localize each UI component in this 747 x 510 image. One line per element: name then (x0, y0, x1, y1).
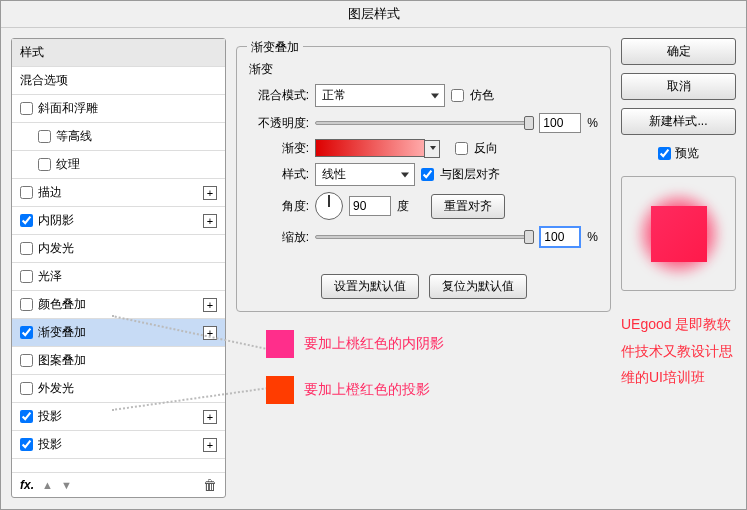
gradient-overlay-group: 渐变叠加 渐变 混合模式: 正常 仿色 不透明度: 100 % (236, 46, 611, 312)
drop-shadow-2-checkbox[interactable] (20, 438, 33, 451)
ok-button[interactable]: 确定 (621, 38, 736, 65)
inner-shadow-checkbox[interactable] (20, 214, 33, 227)
annotation-text: 要加上桃红色的内阴影 (304, 335, 444, 353)
annotation-1: 要加上桃红色的内阴影 (266, 330, 611, 358)
blend-mode-label: 混合模式: (249, 87, 309, 104)
style-label: 样式: (249, 166, 309, 183)
add-icon[interactable]: + (203, 186, 217, 200)
inner-shadow[interactable]: 内阴影+ (12, 207, 225, 235)
up-icon[interactable]: ▲ (42, 479, 53, 491)
angle-dial[interactable] (315, 192, 343, 220)
pattern-overlay-checkbox[interactable] (20, 354, 33, 367)
add-icon[interactable]: + (203, 438, 217, 452)
preview-box (621, 176, 736, 291)
opacity-slider[interactable] (315, 121, 533, 125)
contour[interactable]: 等高线 (12, 123, 225, 151)
preview-label: 预览 (675, 145, 699, 162)
scale-slider[interactable] (315, 235, 533, 239)
list-footer: fx. ▲ ▼ 🗑 (12, 472, 225, 497)
dither-label: 仿色 (470, 87, 494, 104)
reset-default-button[interactable]: 复位为默认值 (429, 274, 527, 299)
drop-shadow-2[interactable]: 投影+ (12, 431, 225, 459)
reverse-checkbox[interactable] (455, 142, 468, 155)
pattern-overlay[interactable]: 图案叠加 (12, 347, 225, 375)
color-overlay[interactable]: 颜色叠加+ (12, 291, 225, 319)
align-label: 与图层对齐 (440, 166, 500, 183)
settings-panel: 渐变叠加 渐变 混合模式: 正常 仿色 不透明度: 100 % (236, 38, 611, 498)
reset-align-button[interactable]: 重置对齐 (431, 194, 505, 219)
annotation-text: 要加上橙红色的投影 (304, 381, 430, 399)
set-default-button[interactable]: 设置为默认值 (321, 274, 419, 299)
drop-shadow-checkbox[interactable] (20, 410, 33, 423)
opacity-label: 不透明度: (249, 115, 309, 132)
scale-input[interactable]: 100 (539, 226, 581, 248)
bevel-checkbox[interactable] (20, 102, 33, 115)
satin[interactable]: 光泽 (12, 263, 225, 291)
pink-swatch (266, 330, 294, 358)
gradient-label: 渐变: (249, 140, 309, 157)
bevel-emboss[interactable]: 斜面和浮雕 (12, 95, 225, 123)
align-checkbox[interactable] (421, 168, 434, 181)
texture-checkbox[interactable] (38, 158, 51, 171)
trash-icon[interactable]: 🗑 (203, 477, 217, 493)
outer-glow-checkbox[interactable] (20, 382, 33, 395)
styles-list: 样式 混合选项 斜面和浮雕 等高线 纹理 描边+ 内阴影+ 内发光 光泽 颜色叠… (11, 38, 226, 498)
gradient-overlay-checkbox[interactable] (20, 326, 33, 339)
angle-input[interactable]: 90 (349, 196, 391, 216)
stroke[interactable]: 描边+ (12, 179, 225, 207)
sub-title: 渐变 (249, 61, 598, 78)
description-text: UEgood 是即教软件技术又教设计思维的UI培训班 (621, 311, 736, 391)
satin-checkbox[interactable] (20, 270, 33, 283)
blending-options[interactable]: 混合选项 (12, 67, 225, 95)
style-select[interactable]: 线性 (315, 163, 415, 186)
gradient-picker[interactable] (315, 139, 425, 157)
color-overlay-checkbox[interactable] (20, 298, 33, 311)
stroke-checkbox[interactable] (20, 186, 33, 199)
layer-style-dialog: 图层样式 样式 混合选项 斜面和浮雕 等高线 纹理 描边+ 内阴影+ 内发光 光… (0, 0, 747, 510)
group-title: 渐变叠加 (247, 39, 303, 56)
add-icon[interactable]: + (203, 214, 217, 228)
inner-glow[interactable]: 内发光 (12, 235, 225, 263)
fx-icon[interactable]: fx. (20, 478, 34, 492)
add-icon[interactable]: + (203, 410, 217, 424)
down-icon[interactable]: ▼ (61, 479, 72, 491)
dither-checkbox[interactable] (451, 89, 464, 102)
dialog-title: 图层样式 (1, 1, 746, 28)
reverse-label: 反向 (474, 140, 498, 157)
contour-checkbox[interactable] (38, 130, 51, 143)
opacity-input[interactable]: 100 (539, 113, 581, 133)
texture[interactable]: 纹理 (12, 151, 225, 179)
preview-checkbox[interactable] (658, 147, 671, 160)
angle-label: 角度: (249, 198, 309, 215)
add-icon[interactable]: + (203, 298, 217, 312)
orange-swatch (266, 376, 294, 404)
right-panel: 确定 取消 新建样式... 预览 UEgood 是即教软件技术又教设计思维的UI… (621, 38, 736, 498)
cancel-button[interactable]: 取消 (621, 73, 736, 100)
inner-glow-checkbox[interactable] (20, 242, 33, 255)
styles-header: 样式 (12, 39, 225, 67)
blend-mode-select[interactable]: 正常 (315, 84, 445, 107)
new-style-button[interactable]: 新建样式... (621, 108, 736, 135)
scale-label: 缩放: (249, 229, 309, 246)
annotation-2: 要加上橙红色的投影 (266, 376, 611, 404)
